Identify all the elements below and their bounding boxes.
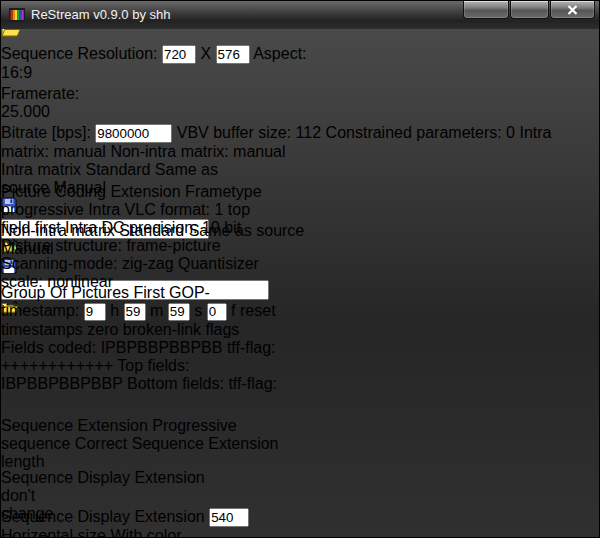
gop-group-title: Group Of Pictures [1, 284, 129, 301]
app-icon [9, 7, 25, 23]
bottom-fields-label: Bottom fields: [127, 375, 224, 392]
intra-standard-label: Standard [85, 161, 150, 178]
restream-window: ReStream v0.9.0 by shh MPEG2-source: Seq [0, 0, 600, 538]
resolution-width-field[interactable] [162, 45, 196, 64]
gop-group: Group Of Pictures First GOP-timestamp: h… [1, 284, 283, 417]
close-icon [567, 5, 578, 15]
gop-seconds-unit: s [194, 302, 202, 319]
display-extension-group: Sequence Display Extension don't change … [1, 469, 283, 533]
non-intra-matrix-info: Non-intra matrix: manual [110, 143, 285, 160]
zero-broken-link-label: zero broken-link flags [87, 321, 239, 338]
user-data-group-title: User Data [1, 533, 73, 538]
client-area: MPEG2-source: Sequence Resolution: X Asp… [1, 1, 599, 538]
gop-minutes-unit: m [150, 302, 163, 319]
framerate-select[interactable]: 25.000 [1, 103, 68, 124]
tff-flag-value: ++++++++++++ [1, 357, 113, 374]
tff-flag2-label: tff-flag: [228, 375, 277, 392]
aspect-select[interactable]: 16:9 [1, 64, 64, 85]
resolution-x-separator: X [200, 45, 211, 62]
gop-hours-unit: h [110, 302, 119, 319]
picture-coding-group-title: Picture Coding Extension [1, 183, 181, 200]
bitrate-label: Bitrate [bps]: [1, 124, 91, 141]
resolution-height-field[interactable] [216, 45, 250, 64]
sequence-extension-group: Sequence Extension Progressive sequence … [1, 417, 283, 469]
maximize-button[interactable] [510, 1, 549, 19]
intra-vlc-info: Intra VLC format: 1 [88, 201, 223, 218]
gop-hours-field[interactable] [84, 303, 106, 321]
framerate-label: Framerate: [1, 85, 79, 102]
close-button[interactable] [550, 1, 595, 19]
horizontal-size-field[interactable] [209, 508, 249, 527]
framerate-value: 25.000 [1, 103, 50, 120]
gop-frames-field[interactable] [207, 303, 227, 321]
resolution-label: Resolution: [78, 45, 158, 62]
scanning-mode-info: Scanning-mode: zig-zag [1, 255, 174, 272]
with-color-label: With color [110, 527, 181, 538]
display-extension-group-title: Sequence Display Extension [1, 469, 205, 486]
fields-coded-label: Fields coded: [1, 339, 96, 356]
fields-coded-value: IPBPBBPBBPBB [101, 339, 223, 356]
intra-dc-info: Intra DC precision: 10 bit [65, 219, 241, 236]
aspect-label: Aspect: [253, 45, 306, 62]
sequence-extension-group-title: Sequence Extension [1, 417, 148, 434]
display-extension-mode-select[interactable]: don't change [1, 487, 89, 508]
titlebar[interactable]: ReStream v0.9.0 by shh [1, 1, 599, 29]
gop-minutes-field[interactable] [124, 303, 146, 321]
top-fields-label: Top fields: [117, 357, 189, 374]
picture-structure-info: Picture structure: frame-picture [1, 237, 221, 254]
gop-seconds-field[interactable] [168, 303, 190, 321]
window-title: ReStream v0.9.0 by shh [31, 7, 170, 22]
bitrate-field[interactable] [95, 124, 172, 143]
intra-matrix-group-title: Intra matrix [1, 161, 81, 178]
sequence-group: Sequence Resolution: X Aspect: 16:9 Fram… [1, 45, 579, 183]
sequence-group-title: Sequence [1, 45, 73, 62]
aspect-value: 16:9 [1, 64, 32, 81]
top-fields-value: IBPBBPBBPBBP [1, 375, 123, 392]
display-extension-mode-label: Sequence Display Extension [1, 508, 205, 525]
picture-coding-group: Picture Coding Extension Frametype progr… [1, 183, 283, 284]
tff-flag-label: tff-flag: [227, 339, 276, 356]
gop-frames-unit: f [231, 302, 235, 319]
constrained-params-info: Constrained parameters: 0 [326, 124, 515, 141]
minimize-button[interactable] [463, 1, 509, 19]
vbv-buffer-info: VBV buffer size: 112 [177, 124, 321, 141]
